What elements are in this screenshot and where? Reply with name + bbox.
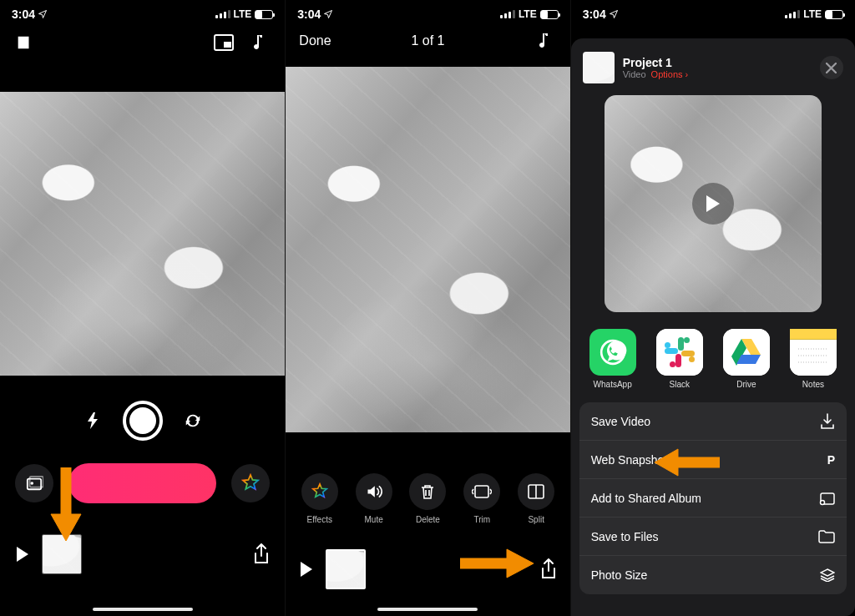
share-actions: Save Video Web Snapshot P Add to Shared … <box>579 402 847 594</box>
done-button[interactable]: Done <box>299 33 331 48</box>
screen-editor: 3:04 LTE Done 1 of 1 Effects Mute <box>285 0 569 616</box>
location-icon <box>38 9 48 19</box>
tool-trim[interactable]: Trim <box>463 473 500 524</box>
svg-rect-14 <box>675 354 681 367</box>
folder-icon <box>818 530 835 543</box>
status-time: 3:04 <box>583 8 606 21</box>
annotation-arrow-right <box>460 548 535 579</box>
svg-rect-5 <box>61 467 71 516</box>
tool-label: Trim <box>474 515 491 524</box>
status-time: 3:04 <box>297 8 321 21</box>
share-button[interactable] <box>540 558 557 580</box>
play-icon <box>692 183 734 225</box>
tool-label: Delete <box>416 515 440 524</box>
share-app-whatsapp[interactable]: WhatsApp <box>586 329 640 389</box>
tool-label: Effects <box>307 515 332 524</box>
svg-rect-9 <box>460 558 508 568</box>
svg-rect-1 <box>224 42 231 48</box>
signal-icon <box>785 10 800 18</box>
viewfinder <box>0 92 285 376</box>
svg-rect-13 <box>681 351 695 356</box>
network-label: LTE <box>519 8 537 20</box>
share-app-slack[interactable]: Slack <box>653 329 706 389</box>
svg-point-17 <box>689 356 695 362</box>
download-icon <box>820 413 835 430</box>
music-icon[interactable] <box>250 32 271 53</box>
network-label: LTE <box>234 8 252 20</box>
battery-icon <box>255 10 273 19</box>
tool-label: Split <box>528 515 544 524</box>
app-label: WhatsApp <box>594 380 632 389</box>
play-button[interactable] <box>15 546 30 563</box>
music-icon[interactable] <box>535 30 557 52</box>
tool-split[interactable]: Split <box>518 473 554 524</box>
share-app-drive[interactable]: Drive <box>720 329 773 389</box>
svg-point-16 <box>684 337 690 343</box>
clip-counter: 1 of 1 <box>411 33 444 48</box>
svg-point-19 <box>665 342 670 348</box>
switch-camera-button[interactable] <box>181 409 205 432</box>
shutter-button[interactable] <box>123 401 163 441</box>
clip-preview <box>286 67 569 432</box>
home-indicator <box>377 608 478 611</box>
p-icon: P <box>827 453 835 467</box>
gallery-button[interactable] <box>15 464 53 502</box>
record-button[interactable] <box>68 463 216 503</box>
video-preview[interactable] <box>605 95 822 312</box>
svg-rect-22 <box>790 329 837 340</box>
pip-icon[interactable] <box>213 32 235 53</box>
location-icon <box>609 9 619 19</box>
action-save-files[interactable]: Save to Files <box>579 518 847 556</box>
action-save-video[interactable]: Save Video <box>579 402 847 441</box>
effects-star-button[interactable] <box>231 464 270 502</box>
share-sheet: Project 1 Video Options › WhatsApp <box>571 38 855 616</box>
svg-point-18 <box>670 361 675 367</box>
flash-button[interactable] <box>81 409 104 432</box>
action-label: Add to Shared Album <box>591 492 701 505</box>
svg-rect-6 <box>475 486 488 497</box>
tool-mute[interactable]: Mute <box>356 473 392 524</box>
clip-thumbnail[interactable] <box>326 549 366 589</box>
action-label: Save to Files <box>591 530 659 543</box>
app-label: Drive <box>736 380 756 389</box>
network-label: LTE <box>803 8 822 20</box>
battery-icon <box>825 10 843 19</box>
svg-rect-20 <box>723 329 770 376</box>
svg-rect-23 <box>790 339 837 340</box>
filter-icon[interactable] <box>13 32 35 53</box>
media-type: Video <box>623 69 646 79</box>
location-icon <box>323 9 333 19</box>
app-label: Slack <box>670 380 690 389</box>
status-bar: 3:04 LTE <box>0 0 285 23</box>
sheet-thumbnail <box>583 52 615 83</box>
annotation-arrow-left <box>655 448 720 477</box>
options-link[interactable]: Options › <box>651 69 689 79</box>
svg-point-4 <box>30 482 33 485</box>
battery-icon <box>540 10 559 19</box>
tool-label: Mute <box>364 515 382 524</box>
tool-delete[interactable]: Delete <box>409 473 446 524</box>
layers-icon <box>820 568 835 582</box>
play-button[interactable] <box>299 561 314 578</box>
svg-rect-29 <box>676 457 720 467</box>
action-label: Photo Size <box>591 568 648 582</box>
project-title: Project 1 <box>623 56 689 69</box>
action-photo-size[interactable]: Photo Size <box>579 556 847 594</box>
annotation-arrow-down <box>49 467 83 543</box>
share-apps-row: WhatsApp Slack <box>571 321 855 402</box>
edit-toolbar: Effects Mute Delete Trim Split <box>286 473 569 524</box>
signal-icon <box>215 10 230 18</box>
svg-rect-15 <box>665 348 678 354</box>
app-label: Notes <box>802 380 824 389</box>
album-icon <box>818 491 835 506</box>
action-shared-album[interactable]: Add to Shared Album <box>579 479 847 518</box>
close-button[interactable] <box>820 56 843 79</box>
status-bar: 3:04 LTE <box>571 0 855 23</box>
svg-rect-11 <box>656 329 703 376</box>
tool-effects[interactable]: Effects <box>301 473 338 524</box>
share-app-notes[interactable]: Notes <box>787 329 840 389</box>
signal-icon <box>500 10 515 18</box>
screen-camera: 3:04 LTE <box>0 0 285 616</box>
share-button[interactable] <box>253 543 270 565</box>
action-label: Save Video <box>591 415 650 428</box>
